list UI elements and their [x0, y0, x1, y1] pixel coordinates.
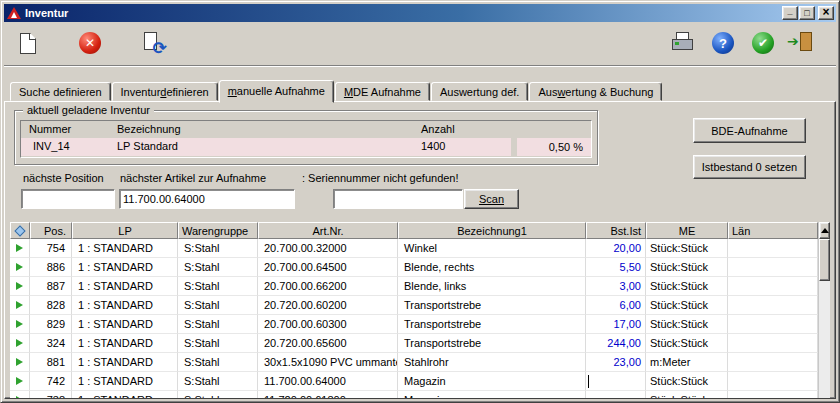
table-row[interactable]: 7421 : STANDARDS:Stahl11.700.00.64000Mag… [10, 372, 818, 391]
tab-label: Suche definieren [19, 86, 102, 98]
table-row[interactable]: 7381 : STANDARDS:Stahl11.720.00.61800Mag… [10, 391, 818, 398]
row-marker-cell [10, 277, 30, 296]
scrollbar-thumb[interactable] [819, 239, 830, 281]
exit-button[interactable]: ➔ [788, 30, 814, 56]
cell-bstist[interactable] [586, 372, 646, 391]
refresh-button[interactable]: ⟳ [141, 30, 167, 56]
cell-bstist[interactable]: 3,00 [586, 277, 646, 296]
column-bezeichnung-label: Bezeichnung [117, 123, 181, 135]
cell-me: Stück:Stück [646, 315, 728, 334]
green-arrow-icon [16, 339, 23, 347]
tab-label: Inventur [121, 86, 161, 98]
cell-lp: 1 : STANDARD [72, 277, 178, 296]
cell-artnr: 20.700.00.32000 [258, 239, 398, 258]
cell-warengruppe: S:Stahl [178, 334, 258, 353]
cell-artnr: 11.720.00.61800 [258, 391, 398, 398]
cell-artnr: 30x1.5x1090 PVC ummantelt [258, 353, 398, 372]
inventory-percent: 0,50 % [517, 138, 591, 156]
tab-inventur-definieren[interactable]: Inventur definieren [112, 82, 218, 101]
cell-bstist[interactable]: 5,50 [586, 258, 646, 277]
cell-laenge [728, 334, 818, 353]
column-header-artnr[interactable]: Art.Nr. [258, 222, 398, 239]
refresh-icon: ⟳ [153, 40, 167, 57]
table-row[interactable]: 7541 : STANDARDS:Stahl20.700.00.32000Win… [10, 239, 818, 258]
loaded-inventory-row[interactable]: INV_14 LP Standard 1400 0,50 % [21, 138, 591, 156]
tab-manuelle-aufnahme[interactable]: manuelle Aufnahme [219, 80, 334, 103]
app-logo-icon [6, 6, 22, 20]
cell-bstist[interactable]: 17,00 [586, 315, 646, 334]
confirm-button[interactable]: ✔ [750, 30, 776, 56]
bde-aufnahme-button[interactable]: BDE-Aufnahme [693, 118, 806, 143]
close-button[interactable]: × [818, 6, 834, 20]
tab-auswertung-buchung[interactable]: Auswertung & Buchung [529, 82, 662, 101]
maximize-button[interactable]: □ [799, 6, 815, 20]
scroll-up-button[interactable] [819, 222, 830, 239]
row-marker-cell [10, 315, 30, 334]
table-row[interactable]: 8291 : STANDARDS:Stahl20.700.00.60300Tra… [10, 315, 818, 334]
cell-laenge [728, 391, 818, 398]
inventory-name: LP Standard [117, 140, 178, 152]
cell-bstist[interactable]: 244,00 [586, 334, 646, 353]
scan-label: Scan [479, 193, 504, 205]
printer-light-icon [675, 42, 679, 45]
column-header-bezeichnung1[interactable]: Bezeichnung1 [398, 222, 586, 239]
column-header-pos[interactable]: Pos. [30, 222, 72, 239]
column-header-warengruppe[interactable]: Warengruppe [178, 222, 258, 239]
cell-bezeichnung1: Transportstrebe [398, 334, 586, 353]
minimize-button[interactable]: _ [782, 6, 798, 20]
cell-warengruppe: S:Stahl [178, 258, 258, 277]
scan-button[interactable]: Scan [464, 189, 519, 209]
next-position-input[interactable] [21, 189, 115, 209]
sort-column-header[interactable] [10, 222, 30, 239]
cell-warengruppe: S:Stahl [178, 277, 258, 296]
cell-bezeichnung1: Winkel [398, 239, 586, 258]
column-header-lp[interactable]: LP [72, 222, 178, 239]
cell-bstist[interactable]: 23,00 [586, 353, 646, 372]
cell-lp: 1 : STANDARD [72, 258, 178, 277]
row-marker-cell [10, 372, 30, 391]
print-button[interactable] [670, 30, 696, 56]
tab-label: anuelle Aufnahme [237, 85, 325, 97]
cell-me: Stück:Stück [646, 334, 728, 353]
cell-artnr: 20.700.00.66200 [258, 277, 398, 296]
cancel-button[interactable]: ✕ [77, 30, 103, 56]
table-row[interactable]: 8861 : STANDARDS:Stahl20.700.00.64500Ble… [10, 258, 818, 277]
column-header-laenge[interactable]: Län [728, 222, 818, 239]
next-position-label: nächste Position [23, 172, 104, 184]
next-article-input[interactable] [119, 189, 295, 209]
serial-not-found-label: : Seriennummer nicht gefunden! [302, 172, 459, 184]
cell-bstist[interactable]: 20,00 [586, 239, 646, 258]
istbestand-0-setzen-button[interactable]: Istbestand 0 setzen [693, 155, 806, 179]
cell-bstist[interactable]: 6,00 [586, 296, 646, 315]
new-document-button[interactable] [15, 30, 41, 56]
cell-me: Stück:Stück [646, 239, 728, 258]
tab-suche-definieren[interactable]: Suche definieren [10, 82, 111, 101]
table-row[interactable]: 8871 : STANDARDS:Stahl20.700.00.66200Ble… [10, 277, 818, 296]
serial-input[interactable] [333, 189, 463, 209]
cell-bstist[interactable] [586, 391, 646, 398]
cell-artnr: 20.700.00.60300 [258, 315, 398, 334]
inventory-number: INV_14 [33, 140, 70, 152]
table-row[interactable]: 3241 : STANDARDS:Stahl20.720.00.65600Tra… [10, 334, 818, 353]
loaded-inventory-frame: Nummer Bezeichnung Anzahl INV_14 LP Stan… [20, 120, 592, 158]
toolbar-separator [4, 65, 836, 67]
tab-label: M [344, 86, 353, 98]
column-header-bstist[interactable]: Bst.Ist [586, 222, 646, 239]
help-button[interactable]: ? [710, 30, 736, 56]
cell-lp: 1 : STANDARD [72, 372, 178, 391]
cell-laenge [728, 315, 818, 334]
cell-me: Stück:Stück [646, 277, 728, 296]
vertical-scrollbar[interactable] [818, 222, 830, 398]
exit-arrow-icon: ➔ [787, 34, 799, 48]
cancel-icon: ✕ [79, 32, 101, 54]
row-marker-cell [10, 391, 30, 398]
next-article-label: nächster Artikel zur Aufnahme [120, 172, 266, 184]
tab-mde-aufnahme[interactable]: MDE Aufnahme [335, 82, 430, 101]
titlebar[interactable]: Inventur _ □ × [4, 4, 836, 22]
table-row[interactable]: 8281 : STANDARDS:Stahl20.720.00.60200Tra… [10, 296, 818, 315]
cell-warengruppe: S:Stahl [178, 239, 258, 258]
cell-lp: 1 : STANDARD [72, 334, 178, 353]
table-row[interactable]: 8811 : STANDARDS:Stahl30x1.5x1090 PVC um… [10, 353, 818, 372]
tab-auswertung-def[interactable]: Auswertung def. [431, 82, 529, 101]
column-header-me[interactable]: ME [646, 222, 728, 239]
